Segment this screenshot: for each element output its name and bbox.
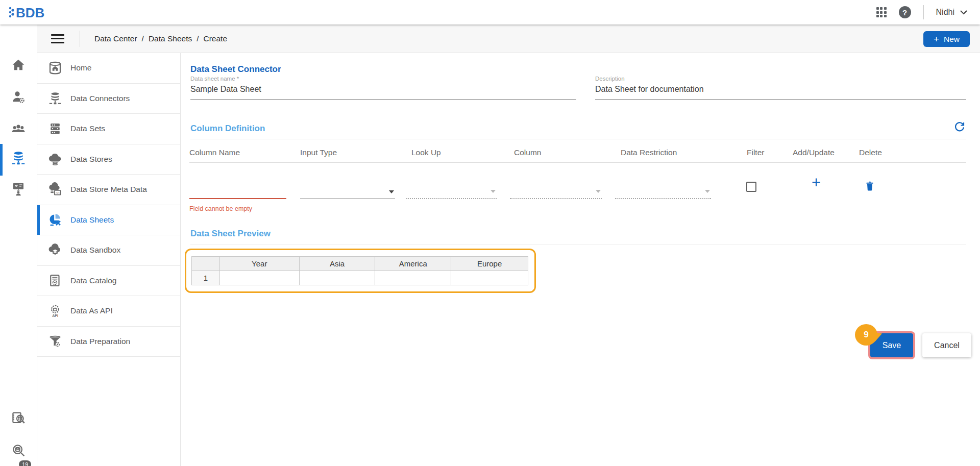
header-add-update: Add/Update (793, 148, 835, 157)
preview-col-europe: Europe (451, 257, 528, 271)
data-sheet-name-value[interactable]: Sample Data Sheet (190, 85, 576, 94)
gear-api-icon: API (47, 303, 63, 318)
chevron-down-icon (596, 190, 601, 193)
data-restriction-select[interactable] (615, 180, 711, 199)
sidebar-item-label: Data Sandbox (70, 246, 120, 255)
add-update-icon[interactable]: + (808, 175, 824, 190)
header-data-restriction: Data Restriction (621, 148, 677, 157)
sidebar-item-data-sandbox[interactable]: Data Sandbox (37, 235, 180, 266)
home-icon[interactable] (10, 57, 27, 73)
sidebar-item-data-preparation[interactable]: Data Preparation (37, 327, 180, 357)
refresh-icon[interactable] (953, 120, 966, 133)
breadcrumb-data-center[interactable]: Data Center (94, 34, 137, 43)
section-divider (190, 244, 966, 244)
delete-trash-icon[interactable] (864, 180, 876, 192)
database-connector-icon (47, 91, 63, 106)
header-column: Column (514, 148, 541, 157)
search-data-icon[interactable] (10, 442, 27, 458)
column-definition-row: Field cannot be empty + (181, 162, 980, 219)
top-bar: BDB ? Nidhi (0, 0, 980, 24)
sidebar-item-data-stores[interactable]: Data Stores (37, 144, 180, 175)
input-type-select[interactable] (300, 180, 395, 199)
hamburger-menu-icon[interactable] (51, 32, 64, 45)
user-name: Nidhi (936, 8, 954, 17)
bdb-logo: BDB (7, 4, 51, 21)
help-icon[interactable]: ? (899, 6, 911, 18)
cloud-database-icon (47, 152, 63, 167)
preview-corner-cell (192, 257, 220, 271)
breadcrumb-bar: Data Center / Data Sheets / Create + New (37, 24, 980, 53)
sidebar-item-data-sheets[interactable]: Data Sheets (37, 205, 180, 236)
header-filter: Filter (747, 148, 764, 157)
preview-data-row: 1 (192, 271, 528, 285)
user-menu[interactable]: Nidhi (936, 8, 968, 17)
data-center-icon[interactable] (10, 150, 27, 166)
data-sheet-name-field[interactable]: Data sheet name * Sample Data Sheet (190, 76, 576, 100)
app-screen: BDB ? Nidhi Data Center / Data Sheets / (0, 0, 980, 466)
sidebar-item-data-store-meta-data[interactable]: </> Data Store Meta Data (37, 175, 180, 205)
preview-highlight-box: Year Asia America Europe 1 (185, 249, 536, 293)
survey-icon[interactable] (10, 181, 27, 197)
preview-cell[interactable] (219, 271, 299, 285)
preview-row-number: 1 (192, 271, 220, 285)
sidebar-item-label: Data Connectors (70, 94, 130, 103)
preview-col-year: Year (219, 257, 299, 271)
pie-shuffle-icon (47, 212, 63, 228)
breadcrumb-separator: / (142, 34, 144, 43)
breadcrumb-divider (80, 31, 80, 47)
preview-cell[interactable] (375, 271, 451, 285)
description-value[interactable]: Data Sheet for documentation (595, 85, 966, 94)
description-field[interactable]: Description Data Sheet for documentation (595, 76, 966, 100)
users-icon[interactable] (10, 120, 27, 137)
main-content: Data Sheet Connector Data sheet name * S… (181, 53, 980, 466)
header-column-name: Column Name (189, 148, 240, 157)
topbar-divider (923, 5, 924, 19)
preview-table: Year Asia America Europe 1 (191, 256, 528, 285)
cancel-button[interactable]: Cancel (922, 333, 971, 357)
column-select[interactable] (510, 180, 602, 199)
chevron-down-icon (705, 190, 710, 193)
sidebar-item-label: Data Stores (70, 155, 112, 164)
funnel-gear-icon (47, 334, 63, 349)
sidebar-item-data-catalog[interactable]: Data Catalog (37, 266, 180, 297)
cloud-sandbox-icon (47, 242, 63, 258)
sidebar-item-data-sets[interactable]: Data Sets (37, 114, 180, 144)
look-up-select[interactable] (406, 180, 497, 199)
annotation-step-badge: 9 (855, 324, 877, 346)
svg-text:BDB: BDB (16, 5, 44, 20)
icon-rail: 19 (0, 24, 37, 466)
sidebar-item-label: Home (70, 63, 91, 72)
sidebar-item-label: Data As API (70, 306, 113, 315)
sidebar-menu: Home Data Connectors (37, 53, 181, 466)
preview-cell[interactable] (451, 271, 528, 285)
data-catalog-search-icon[interactable] (10, 410, 27, 427)
data-sheet-preview-title: Data Sheet Preview (190, 229, 271, 239)
active-rail-indicator (0, 144, 3, 176)
topbar-actions: ? Nidhi (876, 0, 968, 24)
filter-checkbox[interactable] (746, 182, 756, 192)
breadcrumb: Data Center / Data Sheets / Create (94, 34, 227, 43)
cloud-code-icon: </> (47, 182, 63, 197)
column-name-input[interactable] (189, 180, 286, 199)
notification-badge: 19 (19, 460, 31, 466)
sidebar-item-data-as-api[interactable]: API Data As API (37, 296, 180, 327)
plus-icon: + (934, 34, 939, 44)
column-definition-title: Column Definition (190, 124, 265, 134)
preview-cell[interactable] (299, 271, 375, 285)
sidebar-item-home[interactable]: Home (37, 53, 180, 84)
server-stack-icon (47, 121, 63, 136)
sidebar-item-label: Data Sets (70, 124, 105, 133)
header-delete: Delete (859, 148, 882, 157)
new-button[interactable]: + New (923, 31, 970, 47)
sidebar-item-data-connectors[interactable]: Data Connectors (37, 84, 180, 114)
header-input-type: Input Type (300, 148, 337, 157)
sidebar-item-label: Data Preparation (70, 337, 130, 346)
user-settings-icon[interactable] (10, 89, 27, 105)
new-button-label: New (944, 35, 960, 44)
sidebar-item-label: Data Catalog (70, 276, 116, 285)
page-title: Data Sheet Connector (190, 64, 281, 75)
preview-header-row: Year Asia America Europe (192, 257, 528, 271)
apps-grid-icon[interactable] (876, 7, 887, 17)
data-sheet-name-label: Data sheet name * (190, 76, 576, 82)
breadcrumb-data-sheets[interactable]: Data Sheets (149, 34, 192, 43)
